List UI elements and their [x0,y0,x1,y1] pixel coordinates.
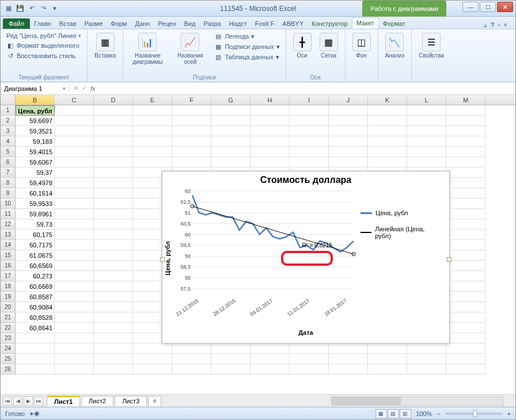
col-header[interactable]: E [133,95,172,105]
cell[interactable]: Цена, рубл [16,105,55,116]
cell[interactable] [55,167,94,178]
row-header[interactable]: 15 [1,250,16,261]
tab-foxit[interactable]: Foxit F [251,18,279,29]
chart-title[interactable]: Стоимость доллара [162,171,449,186]
sheet-nav-next-icon[interactable]: ▶ [24,396,33,406]
col-header[interactable]: D [94,95,133,105]
cell[interactable] [368,126,407,136]
cell[interactable] [407,126,446,136]
cell[interactable] [16,333,55,343]
col-header[interactable]: H [251,95,290,105]
cell[interactable]: 60,1614 [16,188,55,198]
select-all-corner[interactable] [1,95,16,105]
cell[interactable] [133,136,172,147]
fx-icon[interactable]: fx [90,85,96,92]
row-header[interactable]: 17 [1,271,16,281]
cell[interactable]: 60,273 [16,271,55,281]
cancel-icon[interactable]: ✕ [73,85,78,92]
cell[interactable] [94,292,133,302]
axis-titles-button[interactable]: 📈 Названия осей [170,32,210,66]
cell[interactable] [251,126,290,136]
cell[interactable] [55,240,94,250]
cell[interactable] [446,250,485,261]
cell[interactable] [407,364,446,375]
cell[interactable] [94,281,133,292]
cell[interactable] [446,126,485,136]
cell[interactable] [446,198,485,209]
col-header[interactable]: K [368,95,407,105]
cell[interactable]: 60,8587 [16,292,55,302]
background-button[interactable]: ◫ Фон [350,32,373,60]
cell[interactable] [55,188,94,198]
cell[interactable] [329,126,368,136]
row-header[interactable]: 23 [1,333,16,343]
tab-file[interactable]: Файл [3,18,30,29]
legend-item[interactable]: Цена, рубл [361,209,440,216]
cell[interactable]: 60,7175 [16,240,55,250]
cell[interactable] [446,116,485,126]
sheet-nav-last-icon[interactable]: ⏭ [34,396,43,406]
cell[interactable] [55,209,94,219]
cell[interactable]: 60,6669 [16,281,55,292]
undo-icon[interactable]: ↶ [27,4,36,13]
legend-item[interactable]: Линейная (Цена, рубл) [361,226,440,239]
cell[interactable]: 59,8961 [16,209,55,219]
cell[interactable] [446,209,485,219]
format-selection-button[interactable]: ◧Формат выделенного [5,41,82,50]
row-header[interactable]: 1 [1,105,16,116]
cell[interactable] [55,261,94,271]
legend[interactable]: Цена, рубл Линейная (Цена, рубл) [357,186,443,330]
cell[interactable] [329,147,368,157]
cell[interactable] [446,343,485,354]
row-header[interactable]: 11 [1,209,16,219]
maximize-button[interactable]: ☐ [480,2,496,12]
cell[interactable] [251,157,290,167]
cell[interactable]: 59,4015 [16,147,55,157]
cell[interactable] [172,105,211,116]
col-header[interactable]: C [55,95,94,105]
tab-chart-layout[interactable]: Макет [352,17,379,29]
row-header[interactable]: 4 [1,136,16,147]
cell[interactable] [446,157,485,167]
qat-dropdown-icon[interactable]: ▾ [50,4,59,13]
cell[interactable]: 59,6697 [16,116,55,126]
row-header[interactable]: 6 [1,157,16,167]
cell[interactable]: 60,175 [16,230,55,240]
analysis-button[interactable]: 📉 Анализ [383,32,407,60]
row-header[interactable]: 26 [1,364,16,375]
cell[interactable] [446,354,485,364]
cell[interactable] [446,333,485,343]
cell[interactable] [368,354,407,364]
cell[interactable] [94,343,133,354]
data-table-button[interactable]: ▥Таблица данных ▾ [213,52,280,62]
cell[interactable] [290,136,329,147]
cell[interactable] [329,105,368,116]
cell[interactable] [251,364,290,375]
reset-style-button[interactable]: ↺Восстановить стиль [5,51,82,60]
row-header[interactable]: 22 [1,323,16,333]
cell[interactable] [133,147,172,157]
cell[interactable] [329,343,368,354]
cell[interactable] [55,323,94,333]
cell[interactable] [133,354,172,364]
col-header[interactable]: B [16,95,55,105]
row-header[interactable]: 12 [1,219,16,230]
cell[interactable] [211,105,251,116]
row-header[interactable]: 10 [1,198,16,209]
cell[interactable] [94,219,133,230]
zoom-level[interactable]: 100% [416,410,432,417]
chart-title-button[interactable]: 📊 Название диаграммы [128,32,167,66]
cell[interactable] [55,147,94,157]
cell[interactable]: 60,6569 [16,261,55,271]
row-header[interactable]: 18 [1,281,16,292]
cell[interactable] [368,136,407,147]
redo-icon[interactable]: ↷ [39,4,48,13]
plot-area[interactable]: 57,55858,55959,56060,56161,56221.12.2016… [173,189,357,321]
cell[interactable] [133,157,172,167]
row-header[interactable]: 21 [1,312,16,323]
name-box[interactable]: Диаграмма 1▾ [1,85,70,92]
cell[interactable] [368,116,407,126]
cell[interactable] [211,116,251,126]
window-restore-icon[interactable]: ▫ [498,21,500,29]
cell[interactable] [446,240,485,250]
